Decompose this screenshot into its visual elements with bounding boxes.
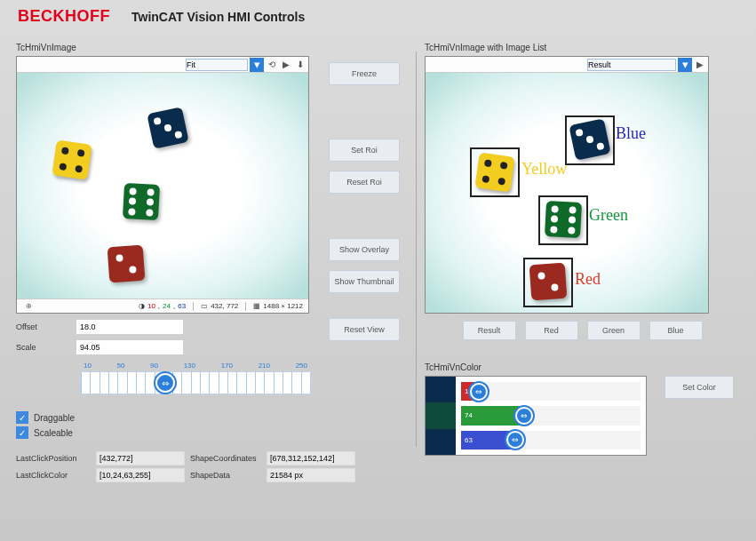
shapedata-label: ShapeData: [190, 471, 265, 480]
g-handle[interactable]: ⇔: [515, 407, 533, 425]
canvas-left[interactable]: [17, 73, 308, 298]
red-box: [523, 258, 573, 307]
draggable-label: Draggable: [34, 413, 75, 423]
yellow-box: [470, 147, 520, 197]
shapecoord-label: ShapeCoordinates: [190, 454, 265, 463]
draggable-checkbox[interactable]: ✓: [16, 411, 28, 424]
show-overlay-button[interactable]: Show Overlay: [329, 238, 400, 261]
g-slider[interactable]: 74 ⇔: [461, 406, 641, 425]
play2-icon[interactable]: ▶: [694, 59, 706, 71]
status-bar: ⊕ ◑ 10,24,63 ▭ 432, 772 ▦ 1488 × 1212: [17, 298, 308, 313]
ruler-icon: ▭: [201, 302, 208, 310]
image-viewer-left: ▾ ⟲ ▶ ⬇ ⊕ ◑ 10,24,63: [16, 56, 309, 314]
r-handle[interactable]: ⇔: [470, 383, 488, 401]
image-viewer-right: ▾ ▶ Yellow Blue Green Red: [425, 56, 709, 314]
ruler-labels: 105090130170210250: [80, 362, 311, 370]
left-section-title: TcHmiVnImage: [16, 43, 309, 52]
b-slider[interactable]: 63 ⇔: [461, 431, 641, 450]
rgb-readout: ◑ 10,24,63: [139, 302, 186, 310]
play-icon[interactable]: ▶: [280, 59, 292, 71]
result-button[interactable]: Result: [463, 321, 516, 340]
dim-readout: ▦ 1488 × 1212: [253, 302, 303, 310]
b-handle[interactable]: ⇔: [506, 431, 524, 449]
link-icon[interactable]: ⟲: [266, 59, 278, 71]
red-die: [107, 245, 146, 283]
show-thumbnail-button[interactable]: Show Thumbnail: [329, 270, 400, 293]
r-slider[interactable]: 10 ⇔: [461, 382, 641, 401]
freeze-button[interactable]: Freeze: [329, 62, 400, 85]
download-icon[interactable]: ⬇: [294, 59, 306, 71]
canvas-right[interactable]: Yellow Blue Green Red: [426, 73, 708, 313]
blue-button-filter[interactable]: Blue: [649, 321, 703, 340]
coord-readout: ▭ 432, 772: [201, 302, 238, 310]
shapedata-value: [267, 468, 355, 482]
scale-input[interactable]: [76, 340, 183, 354]
red-label: Red: [575, 270, 601, 289]
green-button[interactable]: Green: [587, 321, 641, 340]
lastclickpos-label: LastClickPosition: [16, 454, 91, 463]
blue-die: [147, 107, 188, 148]
lastclickcolor-label: LastClickColor: [16, 471, 91, 480]
viewer-toolbar: ▾ ⟲ ▶ ⬇: [17, 57, 308, 73]
color-section-title: TcHmiVnColor: [425, 362, 740, 372]
green-box: [538, 195, 588, 245]
scaleable-label: Scaleable: [34, 428, 73, 438]
blue-box: [565, 115, 615, 165]
offset-label: Offset: [16, 322, 71, 331]
swatch-dark: [426, 377, 456, 402]
fit-dropdown-button[interactable]: ▾: [250, 58, 264, 72]
green-label: Green: [589, 206, 628, 225]
set-roi-button[interactable]: Set Roi: [329, 139, 400, 162]
fit-select[interactable]: [186, 59, 248, 71]
brand-logo: BECKHOFF: [18, 7, 110, 26]
green-die: [123, 183, 160, 220]
color-panel: 10 ⇔ 74 ⇔ 63 ⇔: [425, 376, 647, 456]
reset-view-button[interactable]: Reset View: [329, 318, 400, 341]
viewer2-toolbar: ▾ ▶: [426, 57, 708, 73]
swatch-dark2: [426, 429, 456, 455]
set-color-button[interactable]: Set Color: [664, 376, 734, 399]
swatch-green: [426, 402, 456, 428]
image-icon: ▦: [253, 302, 260, 310]
scaleable-checkbox[interactable]: ✓: [16, 426, 28, 439]
blue-label: Blue: [616, 124, 646, 143]
result-dropdown-button[interactable]: ▾: [678, 58, 692, 72]
lastclickpos-value: [96, 451, 185, 465]
shapecoord-value: [267, 451, 355, 465]
ruler-slider[interactable]: ⇔: [80, 371, 311, 394]
result-select[interactable]: [587, 59, 676, 71]
yellow-label: Yellow: [521, 160, 567, 179]
reset-roi-button[interactable]: Reset Roi: [329, 171, 400, 194]
red-button[interactable]: Red: [525, 321, 578, 340]
yellow-die: [52, 139, 92, 179]
scale-label: Scale: [16, 343, 71, 352]
eyedrop-icon: ◑: [139, 302, 145, 310]
vertical-separator: [416, 52, 417, 447]
offset-input[interactable]: [76, 320, 183, 334]
right-section-title: TcHmiVnImage with Image List: [425, 43, 740, 52]
lastclickcolor-value: [96, 468, 185, 482]
page-title: TwinCAT Vision HMI Controls: [131, 10, 305, 24]
ruler-handle[interactable]: ⇔: [155, 373, 175, 393]
pan-icon[interactable]: ⊕: [22, 300, 35, 313]
